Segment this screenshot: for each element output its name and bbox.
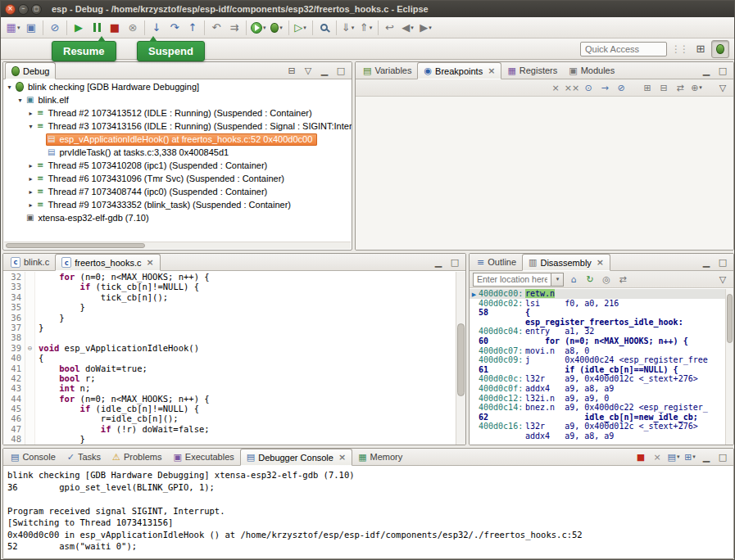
tab-outline[interactable]: ≡Outline (471, 254, 522, 270)
open-perspective-button[interactable]: ⊞ (692, 40, 710, 58)
location-input[interactable] (473, 273, 551, 287)
scrollbar-thumb[interactable] (457, 323, 465, 396)
tab-executables[interactable]: ▣Executables (167, 449, 239, 465)
fold-marker-icon[interactable]: ⊖ (25, 343, 35, 353)
previous-annotation-button[interactable]: ⇑▾ (357, 19, 375, 37)
tree-item[interactable]: ▾blink checking [GDB Hardware Debugging] (3, 80, 352, 93)
expand-all-button[interactable]: ⊞ (640, 81, 655, 95)
search-button[interactable] (315, 19, 333, 37)
remove-launch-button[interactable]: × (650, 450, 665, 464)
close-tab-icon[interactable]: × (338, 452, 346, 463)
tab-freertos-hooks-c[interactable]: cfreertos_hooks.c× (55, 254, 161, 271)
tab-modules[interactable]: ▣Modules (563, 62, 620, 79)
minimize-button[interactable]: ▁ (431, 255, 446, 269)
new-wizard-button[interactable]: ▦▾ (4, 19, 22, 37)
go-to-file-for-breakpoint-button[interactable]: → (597, 81, 612, 95)
refresh-button[interactable]: ↻ (583, 273, 597, 287)
tab-problems[interactable]: ⚠Problems (107, 449, 167, 465)
expand-arrow-icon[interactable]: ▸ (26, 110, 35, 117)
expand-arrow-icon[interactable]: ▸ (26, 188, 35, 196)
disassembly-content[interactable]: ▶400d0c00:retw.n400d0c02:lsi f0, a0, 216… (470, 289, 725, 445)
tree-item[interactable]: ▸≡Thread #2 1073413512 (IDLE : Running) … (3, 106, 352, 120)
resume-button[interactable]: ▶ (70, 19, 88, 37)
tab-registers[interactable]: ▦Registers (501, 62, 563, 79)
save-button[interactable]: ▣ (22, 19, 40, 37)
maximize-button[interactable]: □ (715, 64, 730, 78)
view-menu-button[interactable]: ▽ (301, 64, 315, 78)
close-tab-icon[interactable]: × (488, 65, 495, 76)
display-selected-console-button[interactable]: ▤▾ (666, 450, 681, 464)
next-annotation-button[interactable]: ⇓▾ (339, 19, 357, 37)
back-button[interactable]: ◀▾ (399, 19, 417, 37)
suspend-button[interactable] (88, 19, 106, 37)
last-edit-location-button[interactable]: ↩ (381, 19, 399, 37)
location-dropdown-button[interactable]: ▾ (551, 273, 564, 287)
run-button[interactable]: ▾ (249, 19, 268, 37)
tree-item[interactable]: ▸≡Thread #5 1073410208 (ipc1) (Suspended… (3, 159, 352, 172)
tab-blink-c[interactable]: cblink.c (5, 254, 55, 270)
expand-arrow-icon[interactable]: ▸ (26, 175, 35, 183)
remove-all-breakpoints-button[interactable]: ×× (565, 81, 579, 95)
terminate-button[interactable]: ■ (633, 450, 648, 464)
expand-arrow-icon[interactable]: ▾ (16, 97, 25, 104)
maximize-button[interactable]: □ (447, 255, 462, 269)
tab-memory[interactable]: ▦Memory (352, 449, 408, 465)
minimize-button[interactable]: ▁ (699, 64, 714, 78)
tree-item[interactable]: ▸≡Thread #6 1073431096 (Tmr Svc) (Suspen… (3, 172, 352, 185)
add-breakpoint-button[interactable]: ⊕▾ (689, 81, 704, 95)
tree-item[interactable]: ▣xtensa-esp32-elf-gdb (7.10) (3, 211, 352, 224)
pin-button[interactable]: ◎ (599, 273, 614, 287)
scrollbar-thumb[interactable] (6, 243, 145, 248)
quick-access-input[interactable] (580, 42, 667, 56)
external-tools-button[interactable]: ▷▾ (292, 19, 310, 37)
tree-item[interactable]: ▤prvIdleTask() at tasks.c:3,338 0x400845… (3, 146, 352, 159)
drop-to-frame-button[interactable]: ↶ (207, 19, 225, 37)
debug-tree[interactable]: ▾blink checking [GDB Hardware Debugging]… (3, 80, 352, 241)
step-return-button[interactable]: ↑ (184, 19, 202, 37)
expand-arrow-icon[interactable]: ▸ (26, 201, 35, 209)
debug-button[interactable]: ▾ (268, 19, 286, 37)
tab-variables[interactable]: ▤Variables (357, 62, 417, 79)
remove-selected-breakpoints-button[interactable]: × (548, 81, 563, 95)
tab-debugger-console[interactable]: ▤Debugger Console× (240, 449, 352, 466)
tab-tasks[interactable]: ✓Tasks (61, 449, 107, 465)
close-tab-icon[interactable]: × (147, 257, 154, 268)
scrollbar-thumb[interactable] (727, 294, 733, 344)
minimize-button[interactable]: ▁ (699, 255, 714, 269)
skip-all-breakpoints-button[interactable]: ⊘ (46, 19, 64, 37)
tab-console[interactable]: ▤Console (5, 449, 61, 465)
tab-disassembly[interactable]: ▥Disassembly× (522, 254, 610, 271)
instruction-stepping-mode-button[interactable]: ⇉ (225, 19, 243, 37)
step-over-button[interactable]: ↷ (166, 19, 184, 37)
link-with-active-debug-context-button[interactable]: ⇄ (615, 273, 630, 287)
link-with-debug-view-button[interactable]: ⇄ (673, 81, 687, 95)
tree-item[interactable]: ▸≡Thread #9 1073433352 (blink_task) (Sus… (3, 198, 352, 211)
terminate-button[interactable]: ■ (106, 19, 124, 37)
expand-arrow-icon[interactable]: ▾ (26, 123, 35, 130)
window-close-button[interactable]: × (5, 4, 16, 15)
collapse-all-button[interactable]: ⊟ (656, 81, 671, 95)
minimize-button[interactable]: ▁ (699, 450, 714, 464)
tree-item[interactable]: ▾▣blink.elf (3, 93, 352, 106)
disconnect-button[interactable]: ⊗ (124, 19, 142, 37)
debug-perspective-button[interactable] (711, 40, 729, 58)
editor-content[interactable]: 32 for (n=0; n<MAX_HOOKS; n++) {33 if (t… (3, 272, 456, 445)
window-minimize-button[interactable]: – (18, 4, 29, 15)
tree-item[interactable]: ▤esp_vApplicationIdleHook() at freertos_… (3, 133, 352, 146)
expand-arrow-icon[interactable]: ▾ (5, 84, 14, 91)
view-menu-button[interactable]: ▽ (715, 273, 730, 287)
minimize-button[interactable]: ▁ (317, 64, 332, 78)
expand-arrow-icon[interactable]: ▸ (26, 162, 35, 169)
tab-breakpoints[interactable]: ◉Breakpoints× (417, 62, 501, 79)
debug-horizontal-scrollbar[interactable] (4, 242, 351, 249)
tab-debug[interactable]: Debug (5, 62, 56, 79)
close-tab-icon[interactable]: × (597, 257, 604, 268)
tree-item[interactable]: ▾≡Thread #3 1073413156 (IDLE : Running) … (3, 120, 352, 133)
tree-item[interactable]: ▸≡Thread #7 1073408744 (ipc0) (Suspended… (3, 185, 352, 198)
open-console-button[interactable]: ⊞▾ (683, 450, 697, 464)
home-button[interactable]: ⌂ (566, 273, 581, 287)
disassembly-vertical-scrollbar[interactable] (725, 289, 733, 445)
maximize-button[interactable]: □ (333, 64, 348, 78)
editor-vertical-scrollbar[interactable] (456, 272, 465, 445)
step-into-button[interactable]: ↓ (147, 19, 166, 37)
